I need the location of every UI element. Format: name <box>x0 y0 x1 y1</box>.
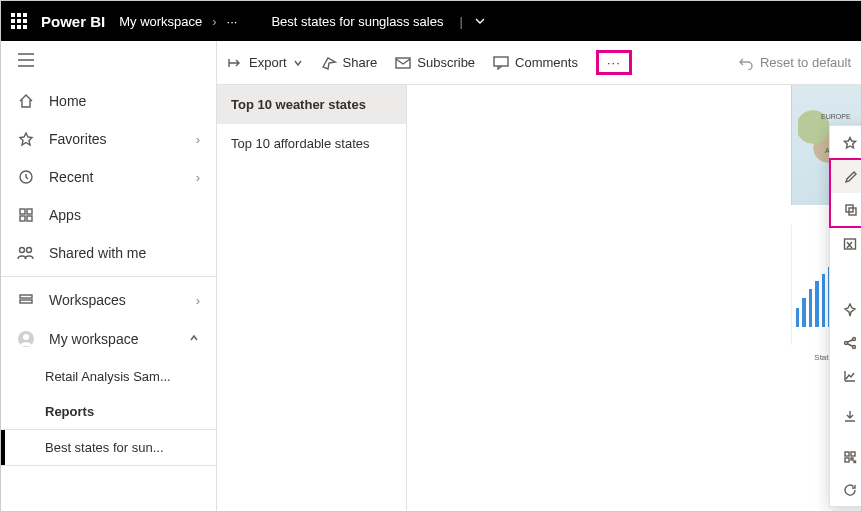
svg-rect-22 <box>851 458 853 460</box>
report-canvas: EUROPE AFRICA State <box>407 85 861 511</box>
menu-edit[interactable]: Edit <box>831 160 862 193</box>
undo-icon <box>738 56 754 70</box>
content-area: Top 10 weather states Top 10 affordable … <box>217 85 861 511</box>
chevron-right-icon: › <box>196 170 200 185</box>
subscribe-label: Subscribe <box>417 55 475 70</box>
mail-icon <box>395 57 411 69</box>
nav-sub-reports[interactable]: Reports <box>1 394 216 429</box>
menu-favorite[interactable]: Favorite <box>830 126 862 159</box>
home-icon <box>17 93 35 109</box>
chevron-down-icon[interactable] <box>473 14 487 28</box>
svg-rect-7 <box>20 295 32 298</box>
menu-pin[interactable]: Pin a live Page <box>830 293 862 326</box>
copy-icon <box>843 203 859 217</box>
chevron-down-icon <box>293 58 303 68</box>
menu-highlighted-group: Edit Save a copy <box>829 158 862 228</box>
app-launcher-icon[interactable] <box>11 13 27 29</box>
nav-home[interactable]: Home <box>1 82 216 120</box>
comments-label: Comments <box>515 55 578 70</box>
menu-usage[interactable]: Usage metrics <box>830 359 862 392</box>
more-options-button[interactable]: ··· <box>596 50 632 75</box>
more-options-menu: Favorite Edit Save a copy Analyze in Exc… <box>829 125 862 507</box>
qr-icon <box>842 450 858 464</box>
nav-sub-current[interactable]: Best states for sun... <box>1 429 216 466</box>
star-icon <box>842 136 858 150</box>
chevron-right-icon: › <box>196 132 200 147</box>
menu-embed[interactable]: Embed › <box>830 260 862 293</box>
toolbar: Export Share Subscribe Comments ··· Re <box>217 41 861 85</box>
excel-icon <box>842 237 858 251</box>
nav-apps[interactable]: Apps <box>1 196 216 234</box>
svg-rect-20 <box>851 452 855 456</box>
subscribe-button[interactable]: Subscribe <box>395 55 475 70</box>
app-header: Power BI My workspace › ··· Best states … <box>1 1 861 41</box>
menu-analyze-excel[interactable]: Analyze in Excel <box>830 227 862 260</box>
breadcrumb-ellipsis[interactable]: ··· <box>227 14 238 29</box>
page-item-1[interactable]: Top 10 weather states <box>217 85 406 124</box>
page-item-2[interactable]: Top 10 affordable states <box>217 124 406 163</box>
nav-favorites[interactable]: Favorites › <box>1 120 216 158</box>
nav-workspaces-label: Workspaces <box>49 292 182 308</box>
pencil-icon <box>843 170 859 184</box>
nav-separator <box>1 276 216 277</box>
download-icon <box>842 409 857 423</box>
svg-rect-8 <box>20 300 32 303</box>
comment-icon <box>493 56 509 70</box>
nav-recent-label: Recent <box>49 169 182 185</box>
svg-point-6 <box>27 248 32 253</box>
workspaces-icon <box>17 292 35 308</box>
share-icon <box>321 56 337 70</box>
nav-favorites-label: Favorites <box>49 131 182 147</box>
nav-shared-label: Shared with me <box>49 245 200 261</box>
nav-my-workspace-label: My workspace <box>49 331 174 347</box>
clock-icon <box>17 169 35 185</box>
nav-workspaces[interactable]: Workspaces › <box>1 281 216 319</box>
pin-icon <box>842 303 858 317</box>
breadcrumb: My workspace › ··· Best states for sungl… <box>119 14 487 29</box>
app-body: Home Favorites › Recent › Apps Shared wi… <box>1 41 861 511</box>
export-label: Export <box>249 55 287 70</box>
nav-my-workspace[interactable]: My workspace <box>1 319 216 359</box>
nav-apps-label: Apps <box>49 207 200 223</box>
star-icon <box>17 131 35 147</box>
export-button[interactable]: Export <box>227 55 303 70</box>
nav-recent[interactable]: Recent › <box>1 158 216 196</box>
share-label: Share <box>343 55 378 70</box>
svg-rect-4 <box>27 216 32 221</box>
svg-rect-19 <box>845 452 849 456</box>
nav-shared[interactable]: Shared with me <box>1 234 216 272</box>
map-label-europe: EUROPE <box>821 113 851 120</box>
chevron-right-icon: › <box>196 293 200 308</box>
page-list: Top 10 weather states Top 10 affordable … <box>217 85 407 511</box>
menu-save-copy[interactable]: Save a copy <box>831 193 862 226</box>
menu-refresh[interactable]: Refresh <box>830 473 862 506</box>
menu-qr[interactable]: Generate QR code <box>830 440 862 473</box>
left-nav: Home Favorites › Recent › Apps Shared wi… <box>1 41 217 511</box>
nav-sub-current-label: Best states for sun... <box>45 440 164 455</box>
menu-view-related[interactable]: View related <box>830 326 862 359</box>
avatar-icon <box>17 330 35 348</box>
menu-download[interactable]: Download the .pbix file <box>830 392 862 440</box>
chevron-right-icon: › <box>212 14 216 29</box>
shared-icon <box>17 245 35 261</box>
hamburger-button[interactable] <box>1 41 216 82</box>
related-icon <box>842 336 858 350</box>
main-area: Export Share Subscribe Comments ··· Re <box>217 41 861 511</box>
apps-icon <box>17 207 35 223</box>
svg-rect-2 <box>27 209 32 214</box>
more-icon: ··· <box>607 55 621 70</box>
svg-point-5 <box>20 248 25 253</box>
svg-rect-1 <box>20 209 25 214</box>
share-button[interactable]: Share <box>321 55 378 70</box>
report-title: Best states for sunglass sales <box>271 14 443 29</box>
svg-rect-12 <box>494 57 508 66</box>
nav-sub-retail[interactable]: Retail Analysis Sam... <box>1 359 216 394</box>
metrics-icon <box>842 369 858 383</box>
brand-label: Power BI <box>41 13 105 30</box>
svg-rect-23 <box>854 461 856 463</box>
reset-button[interactable]: Reset to default <box>738 55 851 70</box>
breadcrumb-workspace[interactable]: My workspace <box>119 14 202 29</box>
svg-rect-3 <box>20 216 25 221</box>
comments-button[interactable]: Comments <box>493 55 578 70</box>
nav-home-label: Home <box>49 93 200 109</box>
